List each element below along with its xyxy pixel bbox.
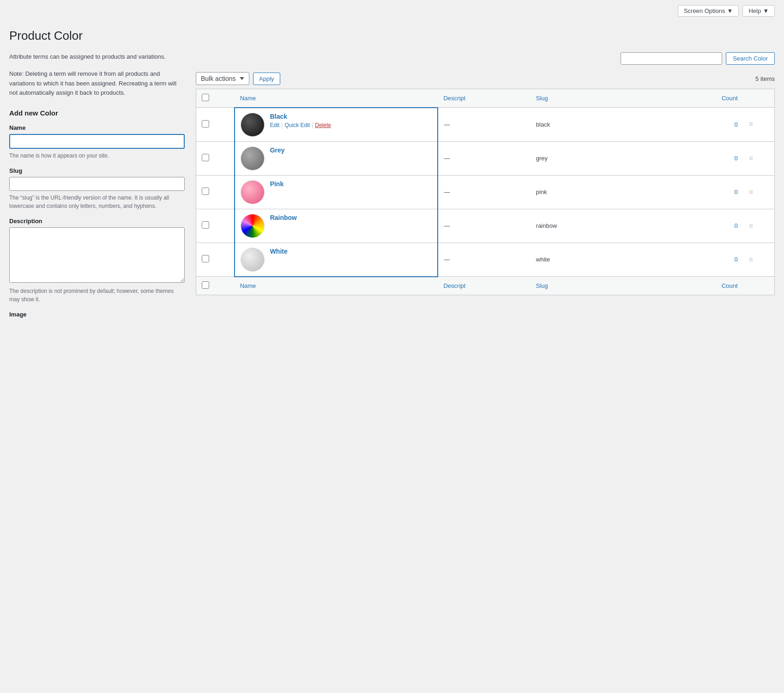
color-name-link[interactable]: Black	[270, 113, 287, 120]
description-form-group: Description The description is not promi…	[9, 218, 185, 304]
row-count-cell: 0	[651, 141, 743, 175]
note-text: Note: Deleting a term will remove it fro…	[9, 69, 185, 98]
help-button[interactable]: Help ▼	[742, 5, 775, 17]
table-header-row: Name Descript Slug Count	[196, 89, 775, 108]
footer-description[interactable]: Descript	[438, 277, 530, 295]
image-form-group: Image	[9, 311, 185, 318]
header-name[interactable]: Name	[235, 89, 438, 108]
color-item-cell: Rainbow	[241, 214, 432, 238]
color-name-link[interactable]: Pink	[270, 180, 284, 188]
header-name-label: Name	[240, 95, 256, 102]
color-thumbnail	[241, 146, 265, 170]
row-checkbox[interactable]	[202, 154, 209, 161]
row-name-cell: Pink	[235, 175, 438, 209]
row-description-cell: —	[438, 141, 530, 175]
row-name-cell: BlackEdit | Quick Edit | Delete	[235, 108, 438, 142]
footer-name[interactable]: Name	[235, 277, 438, 295]
color-item-cell: Pink	[241, 180, 432, 204]
drag-handle-icon[interactable]: ≡	[749, 154, 753, 162]
row-checkbox-cell	[196, 209, 235, 243]
search-input[interactable]	[621, 52, 722, 65]
color-item-cell: BlackEdit | Quick Edit | Delete	[241, 113, 432, 137]
right-panel: Search Color Bulk actions Apply 5 items	[196, 52, 775, 295]
screen-options-button[interactable]: Screen Options ▼	[678, 5, 739, 17]
color-info: BlackEdit | Quick Edit | Delete	[270, 113, 331, 128]
color-thumbnail	[241, 214, 265, 238]
color-name-link[interactable]: Rainbow	[270, 214, 297, 221]
row-count-cell: 0	[651, 108, 743, 142]
row-checkbox[interactable]	[202, 221, 209, 229]
table-row: White—white0≡	[196, 243, 775, 277]
header-description[interactable]: Descript	[438, 89, 530, 108]
page-wrapper: Product Color Attribute terms can be ass…	[0, 21, 784, 334]
color-name-link[interactable]: Grey	[270, 146, 285, 154]
color-thumbnail	[241, 113, 265, 137]
items-count: 5 items	[755, 75, 775, 82]
row-checkbox[interactable]	[202, 255, 209, 262]
row-name-cell: Grey	[235, 141, 438, 175]
row-checkbox[interactable]	[202, 120, 209, 128]
header-actions	[743, 89, 775, 108]
row-slug-cell: white	[531, 243, 651, 277]
top-bar: Screen Options ▼ Help ▼	[0, 0, 784, 21]
table-row: BlackEdit | Quick Edit | Delete—black0≡	[196, 108, 775, 142]
row-checkbox-cell	[196, 243, 235, 277]
footer-slug[interactable]: Slug	[531, 277, 651, 295]
row-description-cell: —	[438, 243, 530, 277]
row-drag-handle-cell: ≡	[743, 108, 775, 142]
row-count-cell: 0	[651, 175, 743, 209]
delete-link[interactable]: Delete	[315, 122, 331, 128]
header-description-label: Descript	[443, 95, 465, 102]
table-row: Rainbow—rainbow0≡	[196, 209, 775, 243]
drag-handle-icon[interactable]: ≡	[749, 222, 753, 230]
row-drag-handle-cell: ≡	[743, 141, 775, 175]
chevron-down-icon: ▼	[763, 7, 769, 14]
color-thumbnail	[241, 180, 265, 204]
footer-count[interactable]: Count	[651, 277, 743, 295]
slug-form-group: Slug The “slug” is the URL-friendly vers…	[9, 167, 185, 210]
table-row: Pink—pink0≡	[196, 175, 775, 209]
header-count[interactable]: Count	[651, 89, 743, 108]
row-count-cell: 0	[651, 209, 743, 243]
select-all-checkbox[interactable]	[202, 94, 209, 101]
color-item-cell: White	[241, 248, 432, 272]
color-thumbnail	[241, 248, 265, 272]
row-slug-cell: rainbow	[531, 209, 651, 243]
row-count-cell: 0	[651, 243, 743, 277]
color-table: Name Descript Slug Count	[196, 89, 775, 295]
footer-checkbox-cell	[196, 277, 235, 295]
slug-hint: The “slug” is the URL-friendly version o…	[9, 194, 185, 210]
drag-handle-icon[interactable]: ≡	[749, 188, 753, 196]
slug-input[interactable]	[9, 177, 185, 191]
drag-handle-icon[interactable]: ≡	[749, 255, 753, 263]
row-slug-cell: grey	[531, 141, 651, 175]
row-description-cell: —	[438, 209, 530, 243]
search-color-button[interactable]: Search Color	[726, 52, 775, 65]
row-checkbox[interactable]	[202, 188, 209, 195]
name-input[interactable]	[9, 134, 185, 149]
apply-button[interactable]: Apply	[253, 73, 280, 85]
slug-label: Slug	[9, 167, 185, 174]
color-info: White	[270, 248, 288, 255]
row-slug-cell: pink	[531, 175, 651, 209]
page-title: Product Color	[9, 29, 775, 43]
drag-handle-icon[interactable]: ≡	[749, 120, 753, 128]
quick-edit-link[interactable]: Quick Edit	[284, 122, 310, 128]
row-drag-handle-cell: ≡	[743, 209, 775, 243]
description-hint: The description is not prominent by defa…	[9, 287, 185, 304]
footer-name-label: Name	[240, 282, 256, 289]
description-textarea[interactable]	[9, 227, 185, 283]
header-count-label: Count	[722, 95, 738, 102]
left-panel: Attribute terms can be assigned to produ…	[9, 52, 185, 325]
table-row: Grey—grey0≡	[196, 141, 775, 175]
edit-link[interactable]: Edit	[270, 122, 280, 128]
color-name-link[interactable]: White	[270, 248, 288, 255]
header-slug[interactable]: Slug	[531, 89, 651, 108]
row-slug-cell: black	[531, 108, 651, 142]
row-drag-handle-cell: ≡	[743, 175, 775, 209]
bulk-actions-select[interactable]: Bulk actions	[196, 72, 249, 85]
row-drag-handle-cell: ≡	[743, 243, 775, 277]
action-separator: |	[312, 122, 313, 128]
description-label: Description	[9, 218, 185, 225]
footer-select-all-checkbox[interactable]	[202, 281, 209, 289]
